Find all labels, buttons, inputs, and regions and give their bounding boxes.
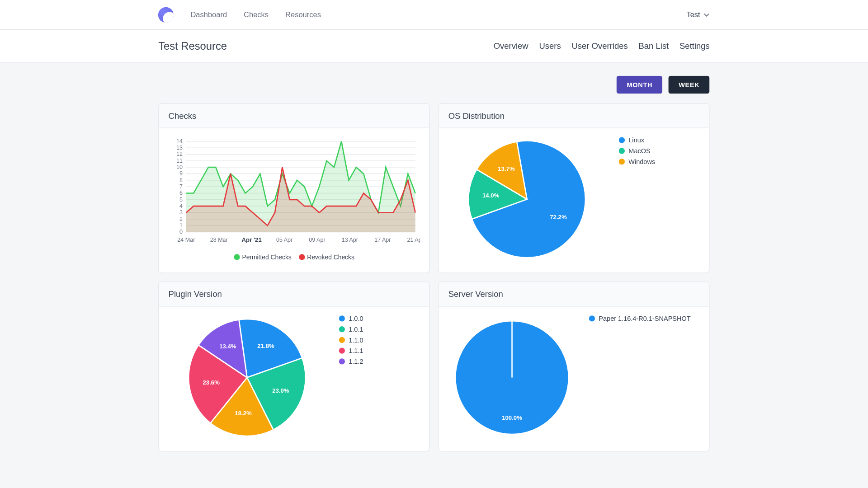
legend-item[interactable]: 1.1.2	[339, 358, 363, 365]
tab-overview[interactable]: Overview	[494, 41, 528, 51]
svg-text:05 Apr: 05 Apr	[276, 237, 292, 243]
svg-text:14.0%: 14.0%	[482, 192, 500, 199]
svg-text:5: 5	[179, 197, 183, 203]
svg-text:100.0%: 100.0%	[502, 414, 523, 421]
svg-text:21 Apr: 21 Apr	[407, 237, 420, 243]
svg-text:10: 10	[176, 164, 183, 170]
nav-link-resources[interactable]: Resources	[285, 10, 321, 19]
legend-item[interactable]: MacOS	[619, 147, 655, 155]
month-button[interactable]: MONTH	[617, 76, 662, 94]
legend-label: 1.0.0	[349, 315, 363, 322]
legend-label: Revoked Checks	[307, 253, 354, 261]
svg-text:17 Apr: 17 Apr	[375, 237, 391, 243]
svg-text:9: 9	[179, 170, 183, 177]
card-checks-title: Checks	[159, 104, 429, 128]
svg-text:23.0%: 23.0%	[273, 387, 290, 394]
tab-settings[interactable]: Settings	[679, 41, 710, 51]
svg-text:6: 6	[179, 190, 183, 196]
legend-label: 1.1.2	[349, 358, 363, 365]
svg-text:7: 7	[179, 183, 183, 190]
legend-item[interactable]: Linux	[619, 136, 655, 144]
os-legend: LinuxMacOSWindows	[619, 136, 655, 169]
top-nav: Dashboard Checks Resources Test	[0, 0, 868, 30]
nav-link-checks[interactable]: Checks	[244, 10, 269, 19]
card-checks: Checks 0123456789101112131424 Mar28 MarA…	[158, 103, 430, 273]
checks-legend: Permitted ChecksRevoked Checks	[170, 253, 418, 261]
legend-item[interactable]: 1.1.1	[339, 347, 363, 354]
svg-text:13: 13	[176, 145, 183, 151]
tab-ban-list[interactable]: Ban List	[638, 41, 669, 51]
checks-chart[interactable]: 0123456789101112131424 Mar28 MarApr '210…	[159, 128, 429, 272]
legend-dot-icon	[234, 254, 240, 260]
page-title: Test Resource	[158, 40, 227, 52]
svg-text:13 Apr: 13 Apr	[342, 237, 358, 243]
plugin-chart[interactable]: 21.8%23.0%18.2%23.6%13.4% 1.0.01.0.11.1.…	[159, 306, 429, 450]
legend-dot-icon	[589, 315, 595, 321]
svg-text:Apr '21: Apr '21	[242, 236, 262, 243]
svg-text:13.7%: 13.7%	[498, 165, 515, 172]
legend-item[interactable]: Permitted Checks	[234, 253, 292, 261]
svg-text:8: 8	[179, 177, 183, 183]
card-plugin-title: Plugin Version	[159, 282, 429, 306]
legend-dot-icon	[619, 148, 625, 154]
legend-dot-icon	[619, 137, 625, 143]
legend-label: 1.0.1	[349, 326, 363, 333]
legend-item[interactable]: 1.0.1	[339, 326, 363, 333]
logo-icon	[158, 7, 174, 22]
svg-text:12: 12	[176, 151, 183, 157]
content: MONTH WEEK Checks 0123456789101112131424…	[158, 63, 710, 452]
legend-dot-icon	[339, 348, 345, 354]
tab-users[interactable]: Users	[539, 41, 561, 51]
card-os: OS Distribution 72.2%14.0%13.7% LinuxMac…	[438, 103, 710, 273]
legend-dot-icon	[339, 337, 345, 343]
legend-dot-icon	[339, 358, 345, 364]
week-button[interactable]: WEEK	[669, 76, 710, 94]
nav-link-dashboard[interactable]: Dashboard	[190, 10, 227, 19]
legend-item[interactable]: 1.1.0	[339, 336, 363, 343]
chevron-down-icon	[704, 12, 710, 18]
svg-text:11: 11	[176, 158, 183, 164]
svg-text:09 Apr: 09 Apr	[309, 237, 326, 243]
card-os-title: OS Distribution	[439, 104, 709, 128]
user-menu-label: Test	[686, 10, 700, 19]
page-tabs: Overview Users User Overrides Ban List S…	[494, 41, 710, 51]
user-menu[interactable]: Test	[686, 10, 709, 19]
svg-text:23.6%: 23.6%	[203, 379, 220, 386]
svg-text:24 Mar: 24 Mar	[178, 237, 195, 243]
legend-dot-icon	[339, 315, 345, 321]
svg-text:3: 3	[179, 209, 183, 216]
svg-text:18.2%: 18.2%	[235, 410, 252, 417]
tab-user-overrides[interactable]: User Overrides	[571, 41, 627, 51]
legend-dot-icon	[619, 159, 625, 164]
page-header: Test Resource Overview Users User Overri…	[0, 30, 868, 63]
svg-text:13.4%: 13.4%	[219, 343, 236, 350]
svg-text:0: 0	[179, 229, 183, 235]
card-plugin: Plugin Version 21.8%23.0%18.2%23.6%13.4%…	[158, 282, 430, 451]
legend-label: 1.1.0	[349, 336, 363, 343]
svg-text:1: 1	[179, 222, 183, 229]
legend-item[interactable]: Paper 1.16.4-R0.1-SNAPSHOT	[589, 315, 691, 322]
server-chart[interactable]: 100.0% Paper 1.16.4-R0.1-SNAPSHOT	[439, 306, 709, 450]
legend-label: Linux	[628, 136, 644, 144]
plugin-legend: 1.0.01.0.11.1.01.1.11.1.2	[339, 315, 363, 369]
legend-label: MacOS	[628, 147, 650, 155]
card-server: Server Version 100.0% Paper 1.16.4-R0.1-…	[438, 282, 710, 451]
time-filter-row: MONTH WEEK	[158, 76, 710, 94]
legend-item[interactable]: 1.0.0	[339, 315, 363, 322]
card-server-title: Server Version	[439, 282, 709, 306]
legend-item[interactable]: Windows	[619, 158, 655, 165]
svg-text:2: 2	[179, 216, 183, 222]
legend-dot-icon	[299, 254, 305, 260]
svg-text:72.2%: 72.2%	[550, 214, 567, 221]
server-legend: Paper 1.16.4-R0.1-SNAPSHOT	[589, 315, 691, 326]
svg-text:4: 4	[179, 203, 183, 209]
svg-text:28 Mar: 28 Mar	[210, 237, 228, 243]
legend-label: 1.1.1	[349, 347, 363, 354]
legend-item[interactable]: Revoked Checks	[299, 253, 354, 261]
legend-label: Windows	[628, 158, 655, 165]
legend-label: Paper 1.16.4-R0.1-SNAPSHOT	[599, 315, 690, 322]
svg-text:14: 14	[176, 138, 183, 145]
legend-label: Permitted Checks	[242, 253, 291, 261]
os-chart[interactable]: 72.2%14.0%13.7% LinuxMacOSWindows	[439, 128, 709, 272]
legend-dot-icon	[339, 326, 345, 332]
